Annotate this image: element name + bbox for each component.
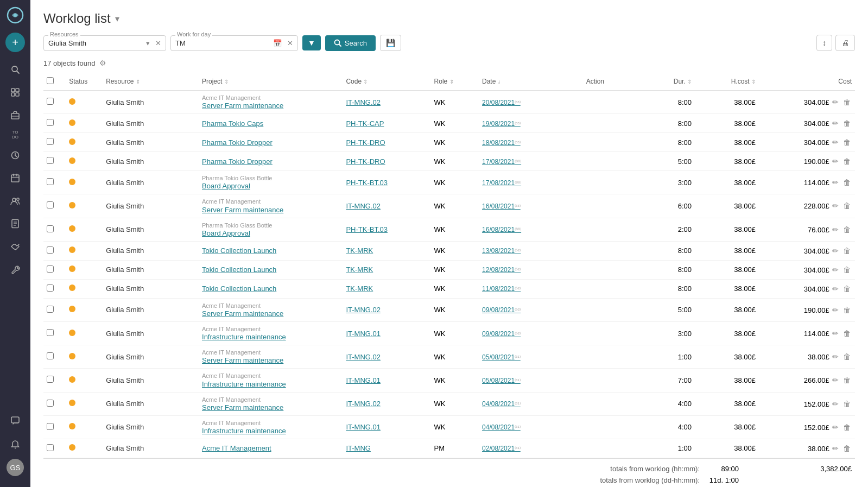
- code-link[interactable]: PH-TK-BT.03: [346, 225, 388, 233]
- date-link[interactable]: 19/08/2021⁽³³⁾: [482, 120, 521, 128]
- row-checkbox[interactable]: [47, 246, 54, 254]
- delete-button[interactable]: 🗑: [842, 328, 852, 339]
- code-link[interactable]: PH-TK-DRO: [346, 157, 385, 166]
- project-link[interactable]: Server Farm maintenance: [202, 356, 283, 364]
- edit-button[interactable]: ✏: [831, 200, 840, 211]
- work-for-day-clear-btn[interactable]: ✕: [285, 38, 295, 48]
- date-link[interactable]: 16/08/2021⁽⁸⁸⁾: [482, 226, 521, 233]
- save-button[interactable]: 💾: [380, 35, 401, 51]
- select-all-checkbox[interactable]: [47, 77, 54, 84]
- project-link[interactable]: Infrastructure maintenance: [202, 380, 286, 388]
- edit-button[interactable]: ✏: [831, 443, 840, 454]
- delete-button[interactable]: 🗑: [842, 156, 852, 167]
- project-link[interactable]: Infrastructure maintenance: [202, 427, 286, 435]
- date-link[interactable]: 04/08/2021⁽³¹⁾: [482, 423, 521, 431]
- project-link[interactable]: Pharma Tokio Dropper: [202, 138, 273, 147]
- code-link[interactable]: PH-TK-DRO: [346, 138, 385, 147]
- code-link[interactable]: TK-MRK: [346, 265, 373, 274]
- delete-button[interactable]: 🗑: [842, 118, 852, 129]
- date-link[interactable]: 04/08/2021⁽³¹⁾: [482, 400, 521, 408]
- row-checkbox[interactable]: [47, 376, 54, 383]
- edit-button[interactable]: ✏: [831, 283, 840, 294]
- edit-button[interactable]: ✏: [831, 422, 840, 433]
- resources-dropdown-btn[interactable]: ▾: [144, 38, 152, 48]
- code-link[interactable]: IT-MNG.02: [346, 202, 381, 210]
- code-link[interactable]: IT-MNG: [346, 444, 371, 452]
- code-link[interactable]: TK-MRK: [346, 284, 373, 293]
- project-link[interactable]: Tokio Collection Launch: [202, 284, 276, 293]
- row-checkbox[interactable]: [47, 157, 54, 164]
- row-checkbox[interactable]: [47, 352, 54, 359]
- code-link[interactable]: PH-TK-BT.03: [346, 179, 388, 187]
- delete-button[interactable]: 🗑: [842, 443, 852, 454]
- handshake-icon[interactable]: [5, 237, 25, 256]
- code-col-header[interactable]: Code ⇕: [343, 73, 430, 91]
- row-checkbox[interactable]: [47, 178, 54, 185]
- row-checkbox[interactable]: [47, 265, 54, 273]
- code-link[interactable]: IT-MNG.01: [346, 330, 381, 338]
- calendar-icon[interactable]: [5, 168, 25, 188]
- dur-col-header[interactable]: Dur. ⇕: [647, 73, 695, 91]
- project-link[interactable]: Tokio Collection Launch: [202, 265, 276, 274]
- edit-button[interactable]: ✏: [831, 245, 840, 256]
- project-link[interactable]: Board Approval: [202, 229, 250, 237]
- date-link[interactable]: 17/08/2021⁽⁸⁸⁾: [482, 158, 521, 166]
- code-link[interactable]: IT-MNG.02: [346, 353, 381, 361]
- date-link[interactable]: 09/08/2021⁽⁵²⁾: [482, 330, 521, 338]
- delete-button[interactable]: 🗑: [842, 200, 852, 211]
- date-link[interactable]: 13/08/2021⁽⁵²⁾: [482, 247, 521, 255]
- sort-button[interactable]: ↕: [816, 35, 832, 51]
- date-link[interactable]: 12/08/2021⁽⁵²⁾: [482, 266, 521, 274]
- row-checkbox[interactable]: [47, 225, 54, 232]
- print-button[interactable]: 🖨: [835, 35, 855, 51]
- project-link[interactable]: Pharma Tokio Dropper: [202, 157, 273, 166]
- project-link[interactable]: Acme IT Management: [202, 444, 271, 452]
- delete-button[interactable]: 🗑: [842, 399, 852, 409]
- delete-button[interactable]: 🗑: [842, 351, 852, 362]
- project-link[interactable]: Server Farm maintenance: [202, 102, 283, 110]
- row-checkbox[interactable]: [47, 306, 54, 313]
- role-col-header[interactable]: Role ⇕: [431, 73, 479, 91]
- document-icon[interactable]: [5, 214, 25, 233]
- code-link[interactable]: IT-MNG.01: [346, 423, 381, 431]
- project-link[interactable]: Server Farm maintenance: [202, 403, 283, 412]
- row-checkbox[interactable]: [47, 329, 54, 336]
- delete-button[interactable]: 🗑: [842, 224, 852, 235]
- date-link[interactable]: 09/08/2021⁽⁵²⁾: [482, 306, 521, 314]
- search-button[interactable]: Search: [325, 35, 376, 51]
- edit-button[interactable]: ✏: [831, 375, 840, 385]
- project-col-header[interactable]: Project ⇕: [199, 73, 343, 91]
- code-link[interactable]: TK-MRK: [346, 246, 373, 255]
- date-link[interactable]: 02/08/2021⁽³¹⁾: [482, 445, 521, 452]
- bell-icon[interactable]: [5, 435, 25, 454]
- edit-button[interactable]: ✏: [831, 224, 840, 235]
- date-link[interactable]: 05/08/2021⁽³¹⁾: [482, 353, 521, 361]
- edit-button[interactable]: ✏: [831, 264, 840, 275]
- delete-button[interactable]: 🗑: [842, 305, 852, 315]
- project-link[interactable]: Tokio Collection Launch: [202, 246, 276, 255]
- filter-button[interactable]: ▼: [302, 35, 321, 50]
- code-link[interactable]: IT-MNG.02: [346, 306, 381, 314]
- delete-button[interactable]: 🗑: [842, 283, 852, 294]
- settings-button[interactable]: ⚙: [99, 59, 106, 67]
- code-link[interactable]: PH-TK-CAP: [346, 119, 384, 128]
- resource-col-header[interactable]: Resource ⇕: [103, 73, 199, 91]
- project-link[interactable]: Infrastructure maintenance: [202, 333, 286, 341]
- search-icon[interactable]: [5, 60, 25, 79]
- delete-button[interactable]: 🗑: [842, 97, 852, 107]
- todo-icon[interactable]: TO DO: [5, 128, 25, 142]
- project-link[interactable]: Server Farm maintenance: [202, 309, 283, 318]
- code-link[interactable]: IT-MNG.02: [346, 98, 381, 106]
- project-link[interactable]: Board Approval: [202, 182, 250, 190]
- row-checkbox[interactable]: [47, 284, 54, 292]
- edit-button[interactable]: ✏: [831, 305, 840, 315]
- row-checkbox[interactable]: [47, 444, 54, 451]
- users-icon[interactable]: [5, 191, 25, 211]
- edit-button[interactable]: ✏: [831, 156, 840, 167]
- delete-button[interactable]: 🗑: [842, 422, 852, 433]
- calendar-btn[interactable]: 📅: [271, 38, 284, 48]
- edit-button[interactable]: ✏: [831, 97, 840, 107]
- date-link[interactable]: 17/08/2021⁽⁸⁸⁾: [482, 179, 521, 187]
- date-col-header[interactable]: Date ↓: [479, 73, 583, 91]
- page-title-dropdown[interactable]: ▾: [115, 14, 119, 24]
